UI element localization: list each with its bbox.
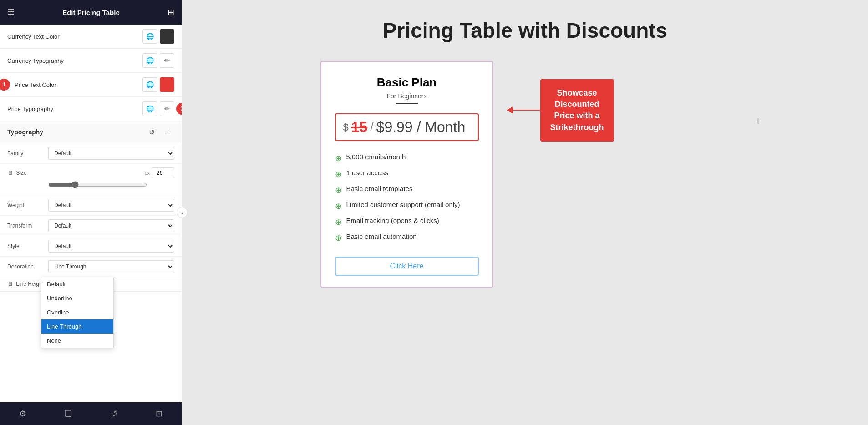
card-title: Basic Plan — [335, 76, 479, 90]
dropdown-underline[interactable]: Underline — [41, 291, 113, 305]
decoration-row: Decoration Line Through Default Underlin… — [0, 257, 182, 277]
family-row: Family Default — [0, 143, 182, 164]
left-panel: ☰ Edit Pricing Table ⊞ Currency Text Col… — [0, 0, 182, 425]
weight-select[interactable]: Default — [48, 199, 174, 212]
grid-icon[interactable]: ⊞ — [168, 7, 174, 17]
slider-container — [7, 178, 174, 191]
family-control: Default — [48, 147, 174, 160]
style-label: Style — [7, 243, 48, 249]
price-text-color-label: Price Text Color — [15, 81, 142, 88]
price-typography-badge: 3 — [176, 103, 182, 115]
typography-reset-btn[interactable]: ↺ — [145, 126, 158, 138]
dropdown-line-through[interactable]: Line Through — [41, 319, 113, 334]
style-control: Default — [48, 240, 174, 253]
responsive-icon[interactable]: ⊡ — [156, 409, 162, 419]
feature-item-1: ⊕ 1 user access — [335, 166, 479, 182]
feature-list: ⊕ 5,000 emails/month ⊕ 1 user access ⊕ B… — [335, 150, 479, 246]
typography-header: Typography ↺ + — [0, 121, 182, 143]
card-subtitle: For Beginners — [335, 92, 479, 100]
transform-row: Transform Default — [0, 216, 182, 236]
feature-text-3: Limited customer support (email only) — [346, 201, 460, 208]
panel-content: Currency Text Color 🌐 Currency Typograph… — [0, 25, 182, 402]
feature-item-0: ⊕ 5,000 emails/month — [335, 150, 479, 166]
history-icon[interactable]: ↺ — [111, 409, 117, 419]
page-title: Pricing Table with Discounts — [383, 18, 667, 43]
panel-header: ☰ Edit Pricing Table ⊞ — [0, 0, 182, 25]
feature-icon-3: ⊕ — [335, 201, 342, 211]
dropdown-none[interactable]: None — [41, 334, 113, 348]
feature-item-3: ⊕ Limited customer support (email only) — [335, 198, 479, 214]
size-input[interactable] — [152, 167, 174, 178]
typography-header-actions: ↺ + — [145, 126, 174, 138]
currency-text-color-row: Currency Text Color 🌐 — [0, 25, 182, 49]
currency-typography-controls: 🌐 ✏ — [142, 53, 174, 68]
panel-collapse-btn[interactable]: ‹ — [177, 207, 188, 218]
currency-typography-row: Currency Typography 🌐 ✏ — [0, 49, 182, 73]
decoration-select[interactable]: Line Through — [48, 260, 174, 273]
price-text-color-row: 1 Price Text Color 🌐 — [0, 73, 182, 97]
price-currency: $ — [343, 121, 349, 133]
arrow-head — [507, 106, 513, 114]
feature-icon-0: ⊕ — [335, 153, 342, 163]
callout-arrow — [507, 106, 540, 114]
add-column-right-btn[interactable]: + — [751, 61, 766, 181]
price-slash: / — [370, 120, 373, 134]
currency-text-color-global-btn[interactable]: 🌐 — [142, 29, 157, 44]
pricing-area: Basic Plan For Beginners $ 15 / $9.99 / … — [320, 61, 730, 288]
layers-icon[interactable]: ❑ — [65, 409, 72, 419]
feature-icon-5: ⊕ — [335, 233, 342, 243]
price-new: $9.99 / Month — [376, 119, 466, 136]
transform-label: Transform — [7, 223, 48, 229]
transform-control: Default — [48, 219, 174, 232]
weight-label: Weight — [7, 202, 48, 208]
card-divider — [396, 103, 418, 104]
feature-item-5: ⊕ Basic email automation — [335, 230, 479, 246]
weight-control: Default — [48, 199, 174, 212]
callout-container: Showcase Discounted Price with a Striket… — [507, 79, 614, 142]
currency-text-color-label: Currency Text Color — [7, 33, 142, 40]
family-label: Family — [7, 150, 48, 157]
pricing-card: Basic Plan For Beginners $ 15 / $9.99 / … — [320, 61, 493, 288]
feature-text-4: Email tracking (opens & clicks) — [346, 217, 439, 224]
transform-select[interactable]: Default — [48, 219, 174, 232]
dropdown-overline[interactable]: Overline — [41, 305, 113, 319]
price-text-color-global-btn[interactable]: 🌐 — [142, 77, 157, 92]
price-typography-global-btn[interactable]: 🌐 — [142, 101, 157, 116]
price-text-color-swatch[interactable] — [160, 77, 174, 92]
panel-bottom-toolbar: ⚙ ❑ ↺ ⊡ — [0, 402, 182, 425]
typography-add-btn[interactable]: + — [162, 126, 174, 138]
dropdown-default[interactable]: Default — [41, 277, 113, 291]
hamburger-icon[interactable]: ☰ — [7, 7, 15, 17]
feature-icon-2: ⊕ — [335, 185, 342, 195]
price-text-color-controls: 🌐 — [142, 77, 174, 92]
price-text-color-badge: 1 — [0, 79, 10, 91]
price-typography-edit-btn[interactable]: ✏ — [160, 101, 174, 116]
feature-item-2: ⊕ Basic email templates — [335, 182, 479, 198]
settings-icon[interactable]: ⚙ — [19, 409, 26, 419]
callout-box: Showcase Discounted Price with a Striket… — [540, 79, 614, 142]
monitor-icon: 🖥 — [7, 170, 13, 176]
typography-section-title: Typography — [7, 128, 43, 136]
size-label: 🖥 Size — [7, 170, 48, 176]
decoration-control: Line Through — [48, 260, 174, 273]
style-select[interactable]: Default — [48, 240, 174, 253]
feature-text-2: Basic email templates — [346, 185, 413, 192]
price-old: 15 — [351, 119, 368, 136]
feature-text-1: 1 user access — [346, 169, 389, 177]
currency-typography-global-btn[interactable]: 🌐 — [142, 53, 157, 68]
size-row-top: 🖥 Size px — [7, 167, 174, 178]
price-typography-label: Price Typography — [7, 106, 142, 112]
panel-title: Edit Pricing Table — [62, 9, 120, 16]
card-cta-button[interactable]: Click Here — [335, 257, 479, 276]
feature-icon-4: ⊕ — [335, 217, 342, 227]
size-slider[interactable] — [48, 181, 147, 188]
style-row: Style Default — [0, 236, 182, 257]
currency-typography-edit-btn[interactable]: ✏ — [160, 53, 174, 68]
family-select[interactable]: Default — [48, 147, 174, 160]
size-row: 🖥 Size px — [0, 164, 182, 195]
price-typography-controls: 🌐 ✏ — [142, 101, 174, 116]
typography-section: Typography ↺ + Family Default — [0, 121, 182, 292]
price-box: $ 15 / $9.99 / Month — [335, 113, 479, 141]
currency-text-color-swatch[interactable] — [160, 29, 174, 44]
decoration-dropdown: Default Underline Overline Line Through … — [41, 277, 114, 348]
